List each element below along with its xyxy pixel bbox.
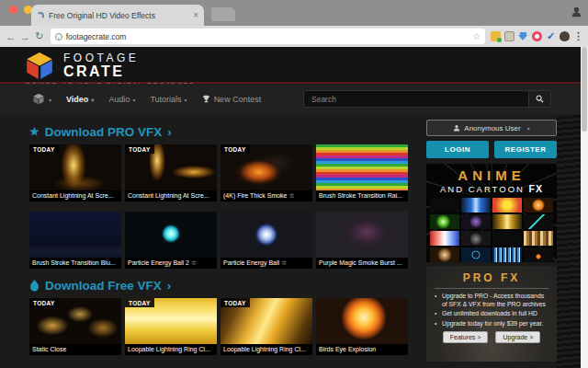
page-background-texture bbox=[557, 114, 581, 368]
trophy-icon bbox=[202, 95, 210, 103]
pro-fx-panel: PRO FX Upgrade to PRO - Access thousands… bbox=[426, 266, 557, 362]
ad-tile bbox=[461, 198, 491, 213]
pro-fx-bullet: Get unlimited downloads in full HD bbox=[435, 309, 548, 317]
nav-home-menu[interactable]: ▾ bbox=[33, 94, 51, 105]
vfx-title: Purple Magic Smoke Burst ... bbox=[316, 258, 408, 269]
vfx-card[interactable]: Particle Energy Ball ☆ bbox=[220, 212, 312, 269]
profile-icon[interactable] bbox=[571, 6, 582, 17]
vfx-title: Brush Stroke Transition Rai... bbox=[316, 190, 408, 201]
vfx-title: Loopable Lightning Ring Cl... bbox=[125, 344, 217, 355]
free-vfx-heading-label: Download Free VFX bbox=[45, 279, 162, 293]
vfx-thumbnail: TODAY bbox=[125, 144, 217, 190]
divider bbox=[435, 288, 548, 289]
chevron-down-icon: ▾ bbox=[49, 97, 51, 103]
star-icon: ★ bbox=[29, 125, 40, 138]
chevron-down-icon: ▾ bbox=[527, 125, 530, 132]
vfx-card[interactable]: Purple Magic Smoke Burst ... bbox=[316, 212, 408, 269]
tab-close-icon[interactable]: × bbox=[193, 10, 198, 20]
auth-buttons: LOGIN REGISTER bbox=[426, 141, 557, 158]
browser-toolbar: ← → ↻ i footagecrate.com ☆ ✓ ⋮ bbox=[0, 26, 588, 47]
register-button[interactable]: REGISTER bbox=[494, 141, 557, 158]
logo-text: FOOTAGE CRATE bbox=[63, 52, 139, 80]
close-window-button[interactable] bbox=[9, 6, 17, 14]
vfx-card[interactable]: TODAY (4K) Fire Thick Smoke ☆ bbox=[220, 144, 312, 201]
vfx-title: Constant Lightning At Scre... bbox=[29, 190, 121, 201]
logo-line1: FOOTAGE bbox=[63, 52, 139, 64]
reload-button[interactable]: ↻ bbox=[32, 30, 47, 42]
extension-paw-icon[interactable] bbox=[560, 31, 570, 41]
pro-vfx-grid: TODAY Constant Lightning At Scre... TODA… bbox=[29, 144, 408, 269]
nav-item-new-contest[interactable]: New Contest bbox=[202, 95, 262, 104]
upgrade-button[interactable]: Upgrade > bbox=[495, 331, 540, 343]
anime-cartoon-fx-ad[interactable]: ANIME AND CARTOON FX bbox=[426, 164, 557, 262]
extension-icons: ✓ bbox=[491, 31, 570, 41]
browser-tab[interactable]: Free Original HD Video Effects × bbox=[31, 5, 204, 26]
vfx-card[interactable]: TODAY Loopable Lightning Ring Cl... bbox=[220, 298, 312, 355]
footagecrate-logo-icon bbox=[26, 52, 53, 80]
today-badge: TODAY bbox=[29, 144, 59, 154]
search-button[interactable] bbox=[528, 91, 550, 107]
vfx-card[interactable]: TODAY Constant Lightning At Scre... bbox=[29, 144, 121, 201]
vfx-card[interactable]: Birds Eye Explosion bbox=[316, 298, 408, 355]
url-text[interactable]: footagecrate.com bbox=[66, 32, 469, 41]
vfx-card[interactable]: Particle Energy Ball 2 ☆ bbox=[125, 212, 217, 269]
chevron-right-icon: › bbox=[167, 125, 172, 139]
ad-tile bbox=[524, 247, 553, 262]
login-button[interactable]: LOGIN bbox=[426, 141, 489, 158]
browser-menu-icon[interactable]: ⋮ bbox=[573, 30, 583, 42]
scrollbar[interactable] bbox=[581, 47, 588, 368]
back-button[interactable]: ← bbox=[4, 31, 18, 42]
chevron-down-icon: ▾ bbox=[91, 97, 94, 103]
ad-title: ANIME bbox=[426, 168, 557, 183]
scrollbar-thumb[interactable] bbox=[582, 47, 587, 132]
logo[interactable]: FOOTAGE CRATE bbox=[26, 52, 581, 80]
pro-fx-bullet: Upgrade to PRO - Access thousands of SFX… bbox=[435, 292, 548, 308]
crate-mini-icon bbox=[33, 94, 44, 105]
ad-tile bbox=[430, 247, 459, 262]
ad-tile bbox=[430, 214, 459, 229]
vfx-card[interactable]: TODAY Loopable Lightning Ring Cl... bbox=[125, 298, 217, 355]
anonymous-user-button[interactable]: Anonymous User ▾ bbox=[426, 120, 557, 136]
nav-item-audio[interactable]: Audio ▾ bbox=[108, 95, 135, 104]
sidebar: Anonymous User ▾ LOGIN REGISTER ANIME AN… bbox=[426, 120, 557, 362]
vfx-card[interactable]: Brush Stroke Transition Rai... bbox=[316, 144, 408, 201]
bookmark-star-icon[interactable]: ☆ bbox=[472, 31, 481, 41]
extension-download-arrow-icon[interactable] bbox=[518, 31, 528, 41]
features-button[interactable]: Features > bbox=[443, 331, 489, 343]
vfx-thumbnail bbox=[316, 212, 408, 258]
chevron-down-icon: ▾ bbox=[185, 97, 187, 103]
flame-icon bbox=[29, 280, 40, 292]
site-nav: ▾ Video ▾ Audio ▾ Tutorials ▾ New Con bbox=[0, 84, 581, 114]
free-vfx-grid: TODAY Static Close TODAY Loopable Lightn… bbox=[29, 298, 408, 355]
extension-key-icon[interactable] bbox=[491, 31, 501, 41]
vfx-card[interactable]: Brush Stroke Transition Blu... bbox=[29, 212, 121, 269]
vfx-thumbnail bbox=[316, 144, 408, 190]
vfx-thumbnail: TODAY bbox=[125, 298, 217, 344]
extension-pocket-icon[interactable] bbox=[532, 31, 542, 41]
nav-item-video[interactable]: Video ▾ bbox=[66, 95, 94, 104]
vfx-card[interactable]: TODAY Static Close bbox=[29, 298, 121, 355]
new-tab-button[interactable] bbox=[211, 7, 235, 21]
url-bar[interactable]: i footagecrate.com ☆ bbox=[51, 29, 485, 44]
extension-image-icon[interactable] bbox=[504, 31, 514, 41]
vfx-thumbnail: TODAY bbox=[220, 144, 312, 190]
user-icon bbox=[453, 124, 460, 132]
forward-button[interactable]: → bbox=[18, 31, 33, 42]
search-input[interactable] bbox=[304, 91, 528, 107]
vfx-thumbnail: TODAY bbox=[29, 298, 121, 344]
tab-favicon-icon bbox=[37, 12, 44, 19]
site-info-icon[interactable]: i bbox=[55, 33, 62, 40]
tab-title: Free Original HD Video Effects bbox=[49, 11, 188, 20]
today-badge: TODAY bbox=[220, 298, 250, 307]
extension-check-icon[interactable]: ✓ bbox=[546, 31, 556, 41]
site-header: FOOTAGE CRATE POWER UP YOUR DIGITAL PROJ… bbox=[0, 47, 581, 84]
vfx-thumbnail: TODAY bbox=[29, 144, 121, 190]
browser-window: Free Original HD Video Effects × ← → ↻ i… bbox=[0, 0, 588, 368]
vfx-title: Particle Energy Ball 2 ☆ bbox=[125, 258, 217, 269]
vfx-thumbnail bbox=[29, 212, 121, 258]
ad-thumbnail-grid bbox=[426, 198, 557, 262]
vfx-card[interactable]: TODAY Constant Lightning At Scre... bbox=[125, 144, 217, 201]
pro-fx-title: PRO FX bbox=[435, 271, 548, 284]
nav-item-tutorials[interactable]: Tutorials ▾ bbox=[150, 95, 187, 104]
vfx-title: Brush Stroke Transition Blu... bbox=[29, 258, 121, 269]
